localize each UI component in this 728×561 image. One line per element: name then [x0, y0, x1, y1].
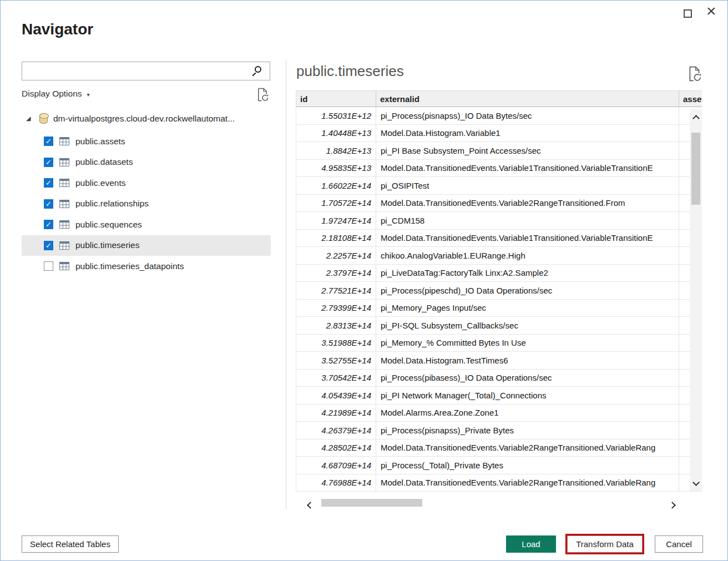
table-row[interactable]: 2.2257E+14 chikoo.AnalogVariable1.EURang… — [296, 247, 702, 265]
cell-externalid: pi_CDM158 — [376, 212, 679, 229]
table-list: ✓ public.assets ✓ public.datasets ✓ — [22, 131, 271, 277]
cell-externalid: Model.Data.TransitionedEvents.Variable1T… — [376, 160, 679, 177]
tree-item-public-events[interactable]: ✓ public.events — [22, 173, 271, 194]
cell-id: 2.8313E+14 — [296, 317, 376, 334]
checkbox[interactable]: ✓ — [44, 199, 53, 209]
scroll-left-arrow[interactable] — [308, 500, 313, 510]
cancel-button[interactable]: Cancel — [655, 535, 703, 553]
tree-item-label: public.relationships — [75, 199, 149, 209]
column-header-id[interactable]: id — [296, 91, 376, 107]
checkbox[interactable]: ✓ — [44, 241, 53, 250]
cell-externalid: Model.Data.TransitionedEvents.Variable2R… — [376, 195, 679, 212]
checkbox[interactable]: ✓ — [44, 220, 53, 229]
cell-id: 2.77521E+14 — [296, 282, 376, 299]
checkbox[interactable]: ✓ — [44, 158, 53, 167]
table-row[interactable]: 4.21989E+14 Model.Alarms.Area.Zone.Zone1 — [296, 405, 702, 422]
cell-id: 4.95835E+13 — [296, 160, 376, 177]
table-row[interactable]: 2.3797E+14 pi_LiveDataTag:FactoryTalk Li… — [296, 265, 702, 282]
maximize-icon[interactable] — [684, 9, 692, 18]
table-icon — [59, 220, 69, 229]
cell-externalid: pi_LiveDataTag:FactoryTalk Linx:A2.Sampl… — [376, 265, 679, 282]
tree-item-label: public.assets — [75, 137, 125, 146]
chevron-up-icon — [692, 115, 700, 122]
refresh-icon[interactable] — [256, 88, 269, 104]
horizontal-scrollbar[interactable] — [296, 496, 690, 509]
table-row[interactable]: 1.8842E+13 pi_PI Base Subsystem_Point Ac… — [296, 142, 702, 160]
scroll-down-arrow[interactable] — [690, 476, 702, 489]
navigator-dialog: × Navigator Display Options ▾ ◢ dm-virtu… — [0, 0, 728, 561]
tree-item-public-timeseries[interactable]: ✓ public.timeseries — [22, 235, 271, 256]
cell-id: 1.40448E+13 — [296, 125, 376, 142]
table-row[interactable]: 4.28502E+14 Model.Data.TransitionedEvent… — [296, 439, 702, 457]
table-row[interactable]: 3.52755E+14 Model.Data.Histogram.TestTim… — [296, 352, 702, 370]
search-input[interactable] — [22, 62, 270, 80]
table-row[interactable]: 1.66022E+14 pi_OSIPITest — [296, 177, 702, 195]
chevron-down-icon: ▾ — [87, 90, 90, 98]
tree-item-public-timeseries_datapoints[interactable]: public.timeseries_datapoints — [22, 256, 271, 277]
table-row[interactable]: 2.8313E+14 pi_PI-SQL Subsystem_Callbacks… — [296, 317, 702, 335]
vertical-scrollbar[interactable] — [690, 109, 702, 491]
tree-item-label: public.timeseries — [75, 240, 139, 250]
select-related-tables-button[interactable]: Select Related Tables — [22, 535, 119, 553]
cell-externalid: pi_PI Network Manager(_Total)_Connection… — [376, 387, 679, 404]
close-icon[interactable]: × — [706, 3, 716, 19]
display-options-label: Display Options — [22, 89, 82, 99]
tree-item-public-relationships[interactable]: ✓ public.relationships — [22, 194, 271, 215]
horizontal-scroll-thumb[interactable] — [321, 499, 422, 507]
table-row[interactable]: 3.70542E+14 pi_Process(pibasess)_IO Data… — [296, 370, 702, 387]
cell-id: 3.70542E+14 — [296, 370, 376, 387]
table-row[interactable]: 2.77521E+14 pi_Process(pipeschd)_IO Data… — [296, 282, 702, 300]
table-icon — [59, 158, 69, 166]
table-row[interactable]: 4.95835E+13 Model.Data.TransitionedEvent… — [296, 160, 702, 178]
chevron-left-icon — [307, 502, 314, 509]
dialog-title: Navigator — [22, 21, 93, 38]
tree-item-database[interactable]: ◢ dm-virtualpostgres.cloud-dev.rockwella… — [26, 113, 235, 124]
column-header-externalid[interactable]: externalid — [376, 91, 679, 107]
table-row[interactable]: 1.40448E+13 Model.Data.Histogram.Variabl… — [296, 125, 702, 143]
table-row[interactable]: 4.68709E+14 pi_Process(_Total)_Private B… — [296, 457, 702, 474]
scroll-up-arrow[interactable] — [690, 112, 702, 125]
display-options-dropdown[interactable]: Display Options ▾ — [22, 89, 90, 99]
table-icon — [59, 241, 69, 250]
search-box — [22, 62, 270, 80]
table-row[interactable]: 1.70572E+14 Model.Data.TransitionedEvent… — [296, 195, 702, 213]
table-row[interactable]: 1.55031E+12 pi_Process(pisnapss)_IO Data… — [296, 107, 702, 125]
checkbox[interactable] — [44, 261, 53, 271]
cell-id: 2.3797E+14 — [296, 265, 376, 282]
table-icon — [59, 262, 69, 270]
cell-externalid: pi_Memory_% Committed Bytes In Use — [376, 335, 679, 352]
cell-id: 4.76988E+14 — [296, 474, 376, 492]
database-icon — [39, 113, 48, 124]
table-row[interactable]: 2.18108E+14 Model.Data.TransitionedEvent… — [296, 230, 702, 247]
checkbox[interactable]: ✓ — [44, 137, 53, 146]
cell-id: 2.79399E+14 — [296, 300, 376, 317]
cell-externalid: pi_Process(pibasess)_IO Data Operations/… — [376, 370, 679, 387]
table-row[interactable]: 4.26379E+14 pi_Process(pisnapss)_Private… — [296, 422, 702, 439]
chevron-right-icon — [669, 502, 676, 509]
transform-data-button[interactable]: Transform Data — [567, 535, 643, 553]
cell-id: 3.52755E+14 — [296, 352, 376, 369]
search-icon[interactable] — [255, 66, 261, 73]
tree-item-public-sequences[interactable]: ✓ public.sequences — [22, 214, 271, 235]
table-row[interactable]: 3.51988E+14 pi_Memory_% Committed Bytes … — [296, 335, 702, 352]
tree-item-label: public.sequences — [75, 220, 142, 230]
cell-id: 1.8842E+13 — [296, 142, 376, 159]
table-row[interactable]: 4.05439E+14 pi_PI Network Manager(_Total… — [296, 387, 702, 405]
tree-expanded-icon[interactable]: ◢ — [26, 115, 34, 122]
column-header-asseti[interactable]: asseti — [679, 91, 702, 107]
tree-item-label: public.timeseries_datapoints — [75, 261, 184, 271]
checkbox[interactable]: ✓ — [44, 178, 53, 188]
refresh-preview-icon[interactable] — [687, 66, 702, 84]
table-row[interactable]: 2.79399E+14 pi_Memory_Pages Input/sec — [296, 300, 702, 317]
tree-item-public-datasets[interactable]: ✓ public.datasets — [22, 152, 271, 173]
chevron-down-icon — [692, 479, 700, 486]
vertical-scroll-thumb[interactable] — [691, 133, 700, 205]
cell-externalid: Model.Data.TransitionedEvents.Variable1T… — [376, 230, 679, 247]
cell-id: 4.21989E+14 — [296, 405, 376, 422]
cell-id: 4.28502E+14 — [296, 439, 376, 457]
table-row[interactable]: 1.97247E+14 pi_CDM158 — [296, 212, 702, 230]
scroll-right-arrow[interactable] — [670, 500, 675, 510]
table-row[interactable]: 4.76988E+14 Model.Data.TransitionedEvent… — [296, 474, 702, 492]
load-button[interactable]: Load — [506, 535, 556, 553]
tree-item-public-assets[interactable]: ✓ public.assets — [22, 131, 271, 152]
